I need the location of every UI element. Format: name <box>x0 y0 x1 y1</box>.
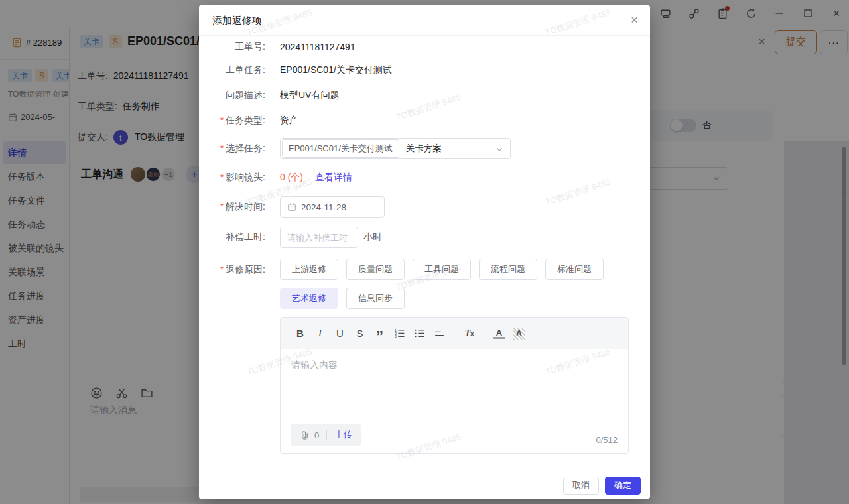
order-no-value: 202411181127491 <box>280 42 356 52</box>
task-select-value: 关卡方案 <box>406 143 442 155</box>
attachment-pill[interactable]: 0 上传 <box>291 424 361 446</box>
cancel-button[interactable]: 取消 <box>563 477 599 495</box>
editor-content[interactable]: 请输入内容 <box>281 349 628 424</box>
field-select-task: *选择任务: EP001/SC01/关卡交付测试 关卡方案 <box>199 133 650 164</box>
dialog-title: 添加返修项 <box>212 5 262 36</box>
attachment-count: 0 <box>314 430 319 440</box>
chevron-down-icon <box>495 145 504 154</box>
svg-text:3: 3 <box>395 334 397 338</box>
reason-tool-button[interactable]: 工具问题 <box>413 259 471 280</box>
upload-link[interactable]: 上传 <box>334 429 352 441</box>
field-task-type: *任务类型: 资产 <box>199 108 650 133</box>
unordered-list-icon[interactable] <box>414 328 425 340</box>
strikethrough-icon[interactable]: S <box>354 328 365 340</box>
resolve-date-value: 2024-11-28 <box>301 202 346 212</box>
paperclip-icon <box>300 430 310 440</box>
task-select[interactable]: EP001/SC01/关卡交付测试 关卡方案 <box>280 138 511 159</box>
app-window: × # 228189 关卡 S 关卡 TO数据管理 创建 2024-05- 详情… <box>0 0 849 504</box>
editor-toolbar: B I U S ” 123 Tx A A <box>281 318 628 349</box>
add-rework-dialog: 添加返修项 × 工单号: 202411181127491 工单任务: EP001… <box>199 5 650 499</box>
order-task-value: EP001/SC01/关卡交付测试 <box>280 64 392 76</box>
italic-icon[interactable]: I <box>314 328 326 340</box>
dialog-footer: 取消 确定 <box>199 472 650 499</box>
underline-icon[interactable]: U <box>334 328 346 340</box>
resolve-date-picker[interactable]: 2024-11-28 <box>280 196 385 218</box>
field-issue-desc: 问题描述: 模型UV有问题 <box>199 83 650 108</box>
field-resolve-time: *解决时间: 2024-11-28 <box>199 192 650 222</box>
reason-art-rework-button[interactable]: 艺术返修 <box>280 288 338 309</box>
blockquote-icon[interactable]: ” <box>374 328 385 340</box>
comp-hours-input[interactable] <box>287 233 351 243</box>
dialog-body: 工单号: 202411181127491 工单任务: EP001/SC01/关卡… <box>199 36 650 472</box>
clear-format-icon[interactable]: Tx <box>464 328 475 340</box>
field-affected-shots: *影响镜头: 0 (个) 查看详情 <box>199 164 650 192</box>
view-details-link[interactable]: 查看详情 <box>315 172 352 184</box>
task-type-value: 资产 <box>280 115 298 127</box>
char-counter: 0/512 <box>596 435 618 445</box>
bold-icon[interactable]: B <box>294 328 306 340</box>
editor-placeholder: 请输入内容 <box>291 359 338 370</box>
comp-hours-input-box <box>280 227 358 248</box>
font-color-icon[interactable]: A <box>493 328 505 339</box>
field-order-task: 工单任务: EP001/SC01/关卡交付测试 <box>199 58 650 83</box>
hours-unit: 小时 <box>363 231 382 243</box>
field-rework-reason: *返修原因: 上游返修 质量问题 工具问题 流程问题 标准问题 艺术返修 信息同… <box>199 253 650 309</box>
field-comp-hours: 补偿工时: 小时 <box>199 222 650 253</box>
reason-standard-button[interactable]: 标准问题 <box>545 259 604 280</box>
issue-desc-value: 模型UV有问题 <box>280 90 339 101</box>
reason-quality-button[interactable]: 质量问题 <box>346 259 405 280</box>
pill-divider <box>326 430 327 440</box>
editor-footer: 0 上传 0/512 <box>281 422 628 453</box>
dialog-close-icon[interactable]: × <box>631 13 638 26</box>
dialog-header: 添加返修项 × <box>199 5 650 36</box>
reason-upstream-button[interactable]: 上游返修 <box>280 259 338 280</box>
reason-info-sync-button[interactable]: 信息同步 <box>346 288 405 309</box>
confirm-button[interactable]: 确定 <box>605 477 641 495</box>
task-select-segment: EP001/SC01/关卡交付测试 <box>282 139 399 158</box>
highlight-color-icon[interactable]: A <box>513 328 525 340</box>
reason-process-button[interactable]: 流程问题 <box>479 259 537 280</box>
ordered-list-icon[interactable]: 123 <box>394 328 405 340</box>
calendar-icon <box>287 202 296 212</box>
field-order-no: 工单号: 202411181127491 <box>199 36 650 58</box>
rich-text-editor: B I U S ” 123 Tx A A <box>280 317 629 454</box>
shots-count: 0 (个) <box>280 172 303 184</box>
align-icon[interactable] <box>434 328 445 340</box>
